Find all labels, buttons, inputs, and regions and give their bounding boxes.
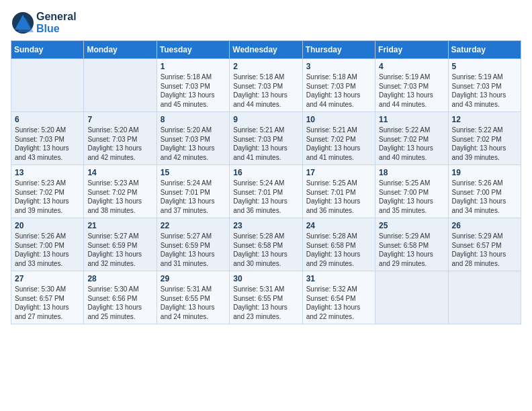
calendar-cell: 3Sunrise: 5:18 AM Sunset: 7:03 PM Daylig… [302, 59, 375, 112]
day-number: 28 [87, 274, 152, 283]
calendar-cell: 31Sunrise: 5:32 AM Sunset: 6:54 PM Dayli… [302, 271, 375, 324]
calendar-week-4: 20Sunrise: 5:26 AM Sunset: 7:00 PM Dayli… [11, 218, 521, 271]
day-detail: Sunrise: 5:18 AM Sunset: 7:03 PM Dayligh… [161, 73, 226, 109]
day-detail: Sunrise: 5:22 AM Sunset: 7:02 PM Dayligh… [379, 126, 444, 162]
day-number: 9 [233, 115, 298, 124]
calendar-cell: 23Sunrise: 5:28 AM Sunset: 6:58 PM Dayli… [230, 218, 302, 271]
weekday-header-wednesday: Wednesday [230, 41, 302, 59]
calendar-cell: 28Sunrise: 5:30 AM Sunset: 6:56 PM Dayli… [84, 271, 157, 324]
day-number: 26 [452, 221, 517, 230]
day-detail: Sunrise: 5:24 AM Sunset: 7:01 PM Dayligh… [161, 179, 226, 215]
calendar-week-1: 1Sunrise: 5:18 AM Sunset: 7:03 PM Daylig… [11, 59, 521, 112]
calendar-cell: 7Sunrise: 5:20 AM Sunset: 7:03 PM Daylig… [84, 112, 157, 165]
day-detail: Sunrise: 5:32 AM Sunset: 6:54 PM Dayligh… [306, 285, 371, 321]
day-number: 10 [306, 115, 371, 124]
weekday-row: SundayMondayTuesdayWednesdayThursdayFrid… [11, 41, 521, 59]
calendar-week-3: 13Sunrise: 5:23 AM Sunset: 7:02 PM Dayli… [11, 165, 521, 218]
day-detail: Sunrise: 5:29 AM Sunset: 6:58 PM Dayligh… [379, 232, 444, 268]
day-detail: Sunrise: 5:24 AM Sunset: 7:01 PM Dayligh… [233, 179, 298, 215]
day-number: 21 [87, 221, 152, 230]
calendar-cell: 18Sunrise: 5:25 AM Sunset: 7:00 PM Dayli… [375, 165, 448, 218]
day-number: 30 [233, 274, 298, 283]
day-number: 4 [379, 62, 444, 71]
calendar-week-5: 27Sunrise: 5:30 AM Sunset: 6:57 PM Dayli… [11, 271, 521, 324]
day-number: 31 [306, 274, 371, 283]
logo: General Blue [11, 11, 77, 35]
day-detail: Sunrise: 5:20 AM Sunset: 7:03 PM Dayligh… [161, 126, 226, 162]
day-number: 17 [306, 168, 371, 177]
calendar-cell: 9Sunrise: 5:21 AM Sunset: 7:03 PM Daylig… [230, 112, 302, 165]
day-detail: Sunrise: 5:26 AM Sunset: 7:00 PM Dayligh… [15, 232, 80, 268]
weekday-header-sunday: Sunday [11, 41, 84, 59]
day-detail: Sunrise: 5:18 AM Sunset: 7:03 PM Dayligh… [306, 73, 371, 109]
day-detail: Sunrise: 5:25 AM Sunset: 7:00 PM Dayligh… [379, 179, 444, 215]
calendar-cell: 11Sunrise: 5:22 AM Sunset: 7:02 PM Dayli… [375, 112, 448, 165]
calendar-cell: 8Sunrise: 5:20 AM Sunset: 7:03 PM Daylig… [157, 112, 229, 165]
day-detail: Sunrise: 5:23 AM Sunset: 7:02 PM Dayligh… [15, 179, 80, 215]
calendar-cell: 4Sunrise: 5:19 AM Sunset: 7:03 PM Daylig… [375, 59, 448, 112]
day-number: 29 [161, 274, 226, 283]
calendar-cell [448, 271, 521, 324]
weekday-header-thursday: Thursday [302, 41, 375, 59]
calendar-cell [375, 271, 448, 324]
day-detail: Sunrise: 5:26 AM Sunset: 7:00 PM Dayligh… [452, 179, 517, 215]
calendar-table: SundayMondayTuesdayWednesdayThursdayFrid… [11, 40, 521, 324]
calendar-cell: 10Sunrise: 5:21 AM Sunset: 7:02 PM Dayli… [302, 112, 375, 165]
day-number: 2 [233, 62, 298, 71]
calendar-week-2: 6Sunrise: 5:20 AM Sunset: 7:03 PM Daylig… [11, 112, 521, 165]
day-detail: Sunrise: 5:27 AM Sunset: 6:59 PM Dayligh… [161, 232, 226, 268]
day-number: 16 [233, 168, 298, 177]
calendar-cell: 24Sunrise: 5:28 AM Sunset: 6:58 PM Dayli… [302, 218, 375, 271]
day-detail: Sunrise: 5:28 AM Sunset: 6:58 PM Dayligh… [306, 232, 371, 268]
day-detail: Sunrise: 5:20 AM Sunset: 7:03 PM Dayligh… [15, 126, 80, 162]
calendar-cell: 21Sunrise: 5:27 AM Sunset: 6:59 PM Dayli… [84, 218, 157, 271]
day-detail: Sunrise: 5:31 AM Sunset: 6:55 PM Dayligh… [161, 285, 226, 321]
calendar-cell: 20Sunrise: 5:26 AM Sunset: 7:00 PM Dayli… [11, 218, 84, 271]
day-number: 24 [306, 221, 371, 230]
calendar-body: 1Sunrise: 5:18 AM Sunset: 7:03 PM Daylig… [11, 59, 521, 324]
day-number: 15 [161, 168, 226, 177]
calendar-cell: 30Sunrise: 5:31 AM Sunset: 6:55 PM Dayli… [230, 271, 302, 324]
day-detail: Sunrise: 5:22 AM Sunset: 7:02 PM Dayligh… [452, 126, 517, 162]
day-number: 8 [161, 115, 226, 124]
calendar-cell: 6Sunrise: 5:20 AM Sunset: 7:03 PM Daylig… [11, 112, 84, 165]
day-detail: Sunrise: 5:30 AM Sunset: 6:56 PM Dayligh… [87, 285, 152, 321]
day-detail: Sunrise: 5:19 AM Sunset: 7:03 PM Dayligh… [379, 73, 444, 109]
day-detail: Sunrise: 5:27 AM Sunset: 6:59 PM Dayligh… [87, 232, 152, 268]
day-detail: Sunrise: 5:25 AM Sunset: 7:01 PM Dayligh… [306, 179, 371, 215]
calendar-cell: 16Sunrise: 5:24 AM Sunset: 7:01 PM Dayli… [230, 165, 302, 218]
day-number: 13 [15, 168, 80, 177]
calendar-cell: 25Sunrise: 5:29 AM Sunset: 6:58 PM Dayli… [375, 218, 448, 271]
calendar-cell [11, 59, 84, 112]
logo-blue: Blue [36, 23, 77, 35]
day-number: 19 [452, 168, 517, 177]
day-number: 7 [87, 115, 152, 124]
day-number: 27 [15, 274, 80, 283]
calendar-header: SundayMondayTuesdayWednesdayThursdayFrid… [11, 41, 521, 59]
calendar-cell: 13Sunrise: 5:23 AM Sunset: 7:02 PM Dayli… [11, 165, 84, 218]
day-number: 20 [15, 221, 80, 230]
day-number: 6 [15, 115, 80, 124]
calendar-cell [84, 59, 157, 112]
calendar-cell: 27Sunrise: 5:30 AM Sunset: 6:57 PM Dayli… [11, 271, 84, 324]
day-detail: Sunrise: 5:19 AM Sunset: 7:03 PM Dayligh… [452, 73, 517, 109]
day-detail: Sunrise: 5:21 AM Sunset: 7:02 PM Dayligh… [306, 126, 371, 162]
calendar-cell: 14Sunrise: 5:23 AM Sunset: 7:02 PM Dayli… [84, 165, 157, 218]
day-detail: Sunrise: 5:31 AM Sunset: 6:55 PM Dayligh… [233, 285, 298, 321]
weekday-header-monday: Monday [84, 41, 157, 59]
calendar-cell: 17Sunrise: 5:25 AM Sunset: 7:01 PM Dayli… [302, 165, 375, 218]
calendar-cell: 29Sunrise: 5:31 AM Sunset: 6:55 PM Dayli… [157, 271, 229, 324]
logo-icon [11, 11, 35, 35]
day-detail: Sunrise: 5:20 AM Sunset: 7:03 PM Dayligh… [87, 126, 152, 162]
day-number: 18 [379, 168, 444, 177]
weekday-header-friday: Friday [375, 41, 448, 59]
day-number: 25 [379, 221, 444, 230]
day-number: 22 [161, 221, 226, 230]
day-number: 12 [452, 115, 517, 124]
calendar-cell: 5Sunrise: 5:19 AM Sunset: 7:03 PM Daylig… [448, 59, 521, 112]
calendar-cell: 1Sunrise: 5:18 AM Sunset: 7:03 PM Daylig… [157, 59, 229, 112]
day-detail: Sunrise: 5:30 AM Sunset: 6:57 PM Dayligh… [15, 285, 80, 321]
day-detail: Sunrise: 5:21 AM Sunset: 7:03 PM Dayligh… [233, 126, 298, 162]
day-number: 3 [306, 62, 371, 71]
day-number: 23 [233, 221, 298, 230]
